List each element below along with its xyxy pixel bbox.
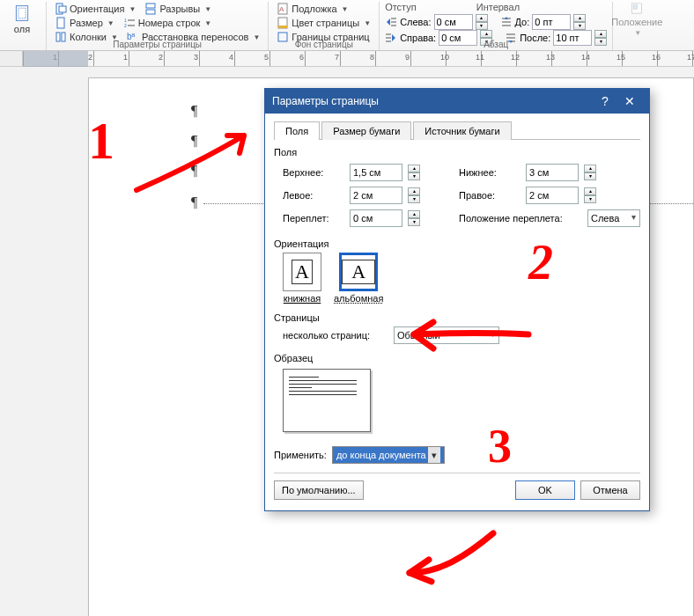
group-orientation-title: Ориентация — [274, 238, 640, 249]
indent-left-input[interactable] — [434, 14, 473, 30]
help-button[interactable]: ? — [593, 94, 617, 108]
spacing-before-icon — [500, 16, 513, 28]
margin-bottom-input[interactable] — [526, 164, 579, 181]
breaks-icon — [144, 3, 157, 15]
page-color-icon — [277, 17, 289, 29]
svg-rect-3 — [59, 6, 66, 12]
gutter-pos-label: Положение переплета: — [459, 213, 582, 224]
breaks-button[interactable]: Разрывы ▼ — [142, 2, 214, 16]
ribbon-group-arrange: Положение ▼ — [613, 2, 661, 50]
dialog-tabs: Поля Размер бумаги Источник бумаги — [274, 121, 640, 140]
spin-buttons[interactable]: ▴▾ — [408, 187, 420, 203]
portrait-icon: A — [283, 253, 321, 291]
gutter-input[interactable] — [350, 209, 402, 227]
indent-left-icon — [385, 16, 397, 28]
group-preview-title: Образец — [274, 353, 640, 363]
horizontal-ruler[interactable]: 12123456789101112131415161718 — [23, 51, 694, 66]
pilcrow-icon: ¶ — [191, 133, 197, 149]
tab-paper[interactable]: Размер бумаги — [321, 121, 411, 140]
chevron-down-icon: ▼ — [364, 19, 371, 27]
margin-right-label: Правое: — [459, 190, 520, 201]
chevron-down-icon: ▼ — [107, 19, 114, 27]
group-label-page-bg: Фон страницы — [269, 39, 379, 50]
margin-right-input[interactable] — [526, 187, 579, 204]
spin-buttons[interactable]: ▴▾ — [408, 210, 420, 226]
tab-fields[interactable]: Поля — [274, 121, 320, 140]
spin-buttons[interactable]: ▴▾ — [584, 187, 596, 203]
spin-buttons[interactable]: ▴▾ — [573, 14, 586, 30]
svg-text:A: A — [279, 5, 284, 13]
spacing-title: Интервал — [476, 2, 520, 12]
line-numbers-icon: 12 — [123, 17, 136, 29]
dialog-title: Параметры страницы — [272, 95, 379, 107]
apply-to-label: Применить: — [274, 450, 327, 460]
ruler-margin-area — [23, 51, 88, 67]
ribbon: оля Ориентация ▼ Разрывы ▼ — [0, 0, 694, 51]
group-preview: Образец Применить: до конца документа — [274, 353, 640, 464]
multi-pages-select[interactable]: Обычный — [394, 326, 499, 344]
spin-buttons[interactable]: ▴▾ — [476, 14, 488, 30]
orientation-landscape[interactable]: A альбомная — [334, 253, 383, 304]
pilcrow-icon: ¶ — [191, 103, 197, 119]
svg-text:2: 2 — [124, 23, 127, 28]
margin-bottom-label: Нижнее: — [459, 167, 520, 178]
svg-rect-5 — [146, 10, 155, 14]
spin-buttons[interactable]: ▴▾ — [408, 165, 420, 180]
group-orientation: Ориентация A книжная A альбомная — [274, 238, 640, 304]
orientation-portrait[interactable]: A книжная — [283, 253, 321, 304]
group-pages: Страницы несколько страниц: Обычный — [274, 312, 640, 344]
line-numbers-button[interactable]: 12 Номера строк ▼ — [121, 16, 215, 30]
ok-button[interactable]: OK — [515, 480, 575, 500]
size-button[interactable]: Размер ▼ — [52, 16, 117, 30]
ribbon-group-page-bg: A Подложка ▼ Цвет страницы ▼ Границы стр… — [269, 2, 380, 50]
watermark-icon: A — [277, 3, 289, 15]
group-pages-title: Страницы — [274, 312, 640, 323]
page-setup-dialog: Параметры страницы ? ✕ Поля Размер бумаг… — [264, 88, 650, 511]
dialog-titlebar[interactable]: Параметры страницы ? ✕ — [265, 89, 649, 114]
spin-buttons[interactable]: ▴▾ — [584, 165, 596, 180]
gutter-pos-select[interactable]: Слева — [587, 209, 640, 227]
preview-thumbnail — [283, 369, 371, 432]
ruler-corner — [0, 51, 23, 66]
size-icon — [55, 17, 67, 29]
group-label-page-setup[interactable]: Параметры страницы — [47, 39, 268, 50]
gutter-label: Переплет: — [283, 213, 344, 224]
spacing-before-field: До: ▴▾ — [500, 14, 587, 30]
group-margins-title: Поля — [274, 147, 640, 158]
default-button[interactable]: По умолчанию... — [274, 480, 364, 500]
chevron-down-icon: ▼ — [342, 5, 349, 13]
close-button[interactable]: ✕ — [617, 94, 642, 108]
orientation-button[interactable]: Ориентация ▼ — [52, 2, 138, 16]
spacing-before-input[interactable] — [532, 14, 571, 30]
margin-top-label: Верхнее: — [283, 167, 344, 178]
margin-left-input[interactable] — [350, 187, 402, 204]
svg-rect-32 — [634, 5, 638, 9]
ribbon-left-edge: оля — [4, 2, 47, 50]
dialog-footer: По умолчанию... OK Отмена — [274, 473, 640, 500]
chevron-down-icon: ▼ — [634, 29, 641, 37]
indent-title: Отступ — [385, 2, 417, 12]
pilcrow-icon: ¶ — [191, 163, 197, 179]
ribbon-group-paragraph: Отступ Интервал Слева: ▴▾ До: ▴▾ Справа: — [380, 2, 613, 50]
watermark-button[interactable]: A Подложка ▼ — [274, 2, 351, 16]
apply-to-select[interactable]: до конца документа — [332, 446, 445, 464]
group-margins: Поля Верхнее: ▴▾ Нижнее: ▴▾ Левое: ▴▾ — [274, 147, 640, 230]
landscape-icon: A — [339, 253, 378, 291]
ribbon-group-page-setup: Ориентация ▼ Разрывы ▼ Размер ▼ — [47, 2, 269, 50]
tab-source[interactable]: Источник бумаги — [413, 121, 511, 140]
margin-top-input[interactable] — [350, 164, 402, 181]
svg-rect-17 — [278, 26, 287, 28]
cancel-button[interactable]: Отмена — [580, 480, 640, 500]
indent-left-field: Слева: ▴▾ — [385, 14, 487, 30]
orientation-icon — [55, 3, 67, 15]
dialog-body: Поля Размер бумаги Источник бумаги Поля … — [265, 114, 649, 510]
ruler[interactable]: 12123456789101112131415161718 — [0, 51, 694, 67]
page-color-button[interactable]: Цвет страницы ▼ — [274, 16, 373, 30]
chevron-down-icon: ▼ — [204, 19, 211, 27]
chevron-down-icon: ▼ — [129, 5, 136, 13]
margin-left-label: Левое: — [283, 190, 344, 201]
pilcrow-icon: ¶ — [191, 194, 197, 210]
margins-button[interactable]: оля — [4, 2, 41, 37]
position-button[interactable]: Положение ▼ — [618, 2, 655, 37]
group-label-paragraph[interactable]: Абзац — [380, 39, 612, 50]
